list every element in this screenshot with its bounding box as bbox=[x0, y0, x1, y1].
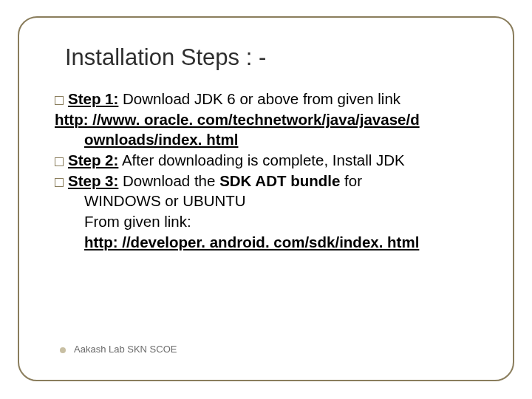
step-1-text: Download JDK 6 or above from given link bbox=[118, 90, 400, 107]
step-3-line-2: WINDOWS or UBUNTU bbox=[55, 191, 486, 211]
step-1-link-line-2: ownloads/index. html bbox=[55, 129, 486, 150]
bullet-square-icon bbox=[55, 157, 64, 166]
footer-text: Aakash Lab SKN SCOE bbox=[74, 344, 177, 355]
step-3-bold: SDK ADT bundle bbox=[219, 172, 340, 189]
step-2-line: Step 2: After downloading is complete, I… bbox=[55, 150, 486, 171]
slide: Installation Steps : - Step 1: Download … bbox=[0, 0, 532, 399]
bullet-square-icon bbox=[55, 178, 64, 187]
step-1-link-line-1: http: //www. oracle. com/technetwork/jav… bbox=[55, 109, 486, 130]
step-2-text: After downloading is complete, Install J… bbox=[118, 151, 404, 168]
step-1-label: Step 1: bbox=[68, 90, 118, 107]
step-3-label: Step 3: bbox=[68, 172, 118, 189]
bullet-square-icon bbox=[55, 96, 64, 105]
footer-dot-icon bbox=[60, 347, 66, 353]
step-3-line-3: From given link: bbox=[55, 211, 486, 232]
step-3-text-b: for bbox=[340, 172, 362, 189]
step-3-link-line: http: //developer. android. com/sdk/inde… bbox=[55, 232, 486, 253]
step-3-text-a: Download the bbox=[118, 172, 219, 189]
step-3-line: Step 3: Download the SDK ADT bundle for bbox=[55, 171, 486, 191]
step-2-label: Step 2: bbox=[68, 151, 118, 168]
slide-body: Step 1: Download JDK 6 or above from giv… bbox=[55, 89, 486, 252]
sdk-download-link[interactable]: http: //developer. android. com/sdk/inde… bbox=[84, 233, 419, 250]
step-1-line: Step 1: Download JDK 6 or above from giv… bbox=[55, 89, 486, 109]
slide-title: Installation Steps : - bbox=[65, 44, 486, 71]
jdk-download-link-cont[interactable]: ownloads/index. html bbox=[84, 131, 238, 148]
slide-frame: Installation Steps : - Step 1: Download … bbox=[18, 16, 514, 381]
jdk-download-link[interactable]: http: //www. oracle. com/technetwork/jav… bbox=[55, 111, 420, 128]
